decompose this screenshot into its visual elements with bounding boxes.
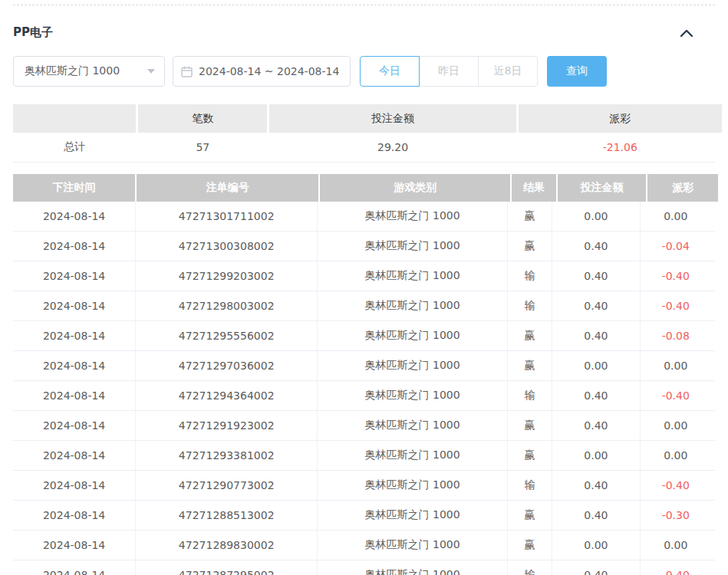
chevron-down-icon — [147, 69, 155, 74]
game-type-cell: 奥林匹斯之门 1000 — [317, 531, 507, 560]
bet-amount-cell: 0.00 — [552, 202, 640, 231]
quick-range-today-button[interactable]: 今日 — [360, 56, 420, 87]
bet-time-cell: 2024-08-14 — [13, 531, 135, 560]
result-cell: 赢 — [507, 501, 552, 530]
game-type-cell: 奥林匹斯之门 1000 — [317, 351, 507, 380]
bet-amount-cell: 0.00 — [552, 351, 640, 380]
payout-cell: -0.40 — [640, 381, 710, 410]
bet-time-cell: 2024-08-14 — [13, 291, 135, 320]
bet-time-cell: 2024-08-14 — [13, 232, 135, 261]
bet-amount-cell: 0.40 — [552, 291, 640, 320]
page-title: PP电子 — [13, 25, 53, 40]
game-type-cell: 奥林匹斯之门 1000 — [317, 441, 507, 470]
summary-total-payout: -21.06 — [519, 133, 722, 162]
game-type-cell: 奥林匹斯之门 1000 — [317, 232, 507, 261]
payout-cell: -0.40 — [640, 471, 710, 500]
bet-amount-cell: 0.40 — [552, 411, 640, 440]
order-number-cell: 47271297036002 — [135, 351, 317, 380]
query-button[interactable]: 查询 — [547, 56, 607, 87]
bet-time-cell: 2024-08-14 — [13, 202, 135, 231]
game-select[interactable]: 奥林匹斯之门 1000 — [13, 56, 165, 87]
records-panel: PP电子 奥林匹斯之门 1000 2024-08-14 ~ 2024-08-14… — [0, 5, 728, 575]
game-type-cell: 奥林匹斯之门 1000 — [317, 471, 507, 500]
game-select-value: 奥林匹斯之门 1000 — [25, 64, 120, 78]
table-row: 2024-08-1447271299203002奥林匹斯之门 1000输0.40… — [13, 261, 715, 291]
summary-table: 笔数投注金额派彩 总计5729.20-21.06 — [13, 104, 715, 163]
bet-amount-cell: 0.40 — [552, 560, 640, 575]
table-row: 2024-08-1447271287295002奥林匹斯之门 1000输0.40… — [13, 560, 715, 575]
payout-cell: 0.00 — [640, 351, 710, 380]
summary-header-row: 笔数投注金额派彩 — [13, 104, 715, 133]
payout-cell: 0.00 — [640, 202, 710, 231]
payout-cell: 0.00 — [640, 531, 710, 560]
detail-table-body: 2024-08-1447271301711002奥林匹斯之门 1000赢0.00… — [13, 202, 715, 575]
bet-time-cell: 2024-08-14 — [13, 351, 135, 380]
order-number-cell: 47271290773002 — [135, 471, 317, 500]
order-number-cell: 47271289830002 — [135, 531, 317, 560]
bet-amount-cell: 0.00 — [552, 531, 640, 560]
summary-header-cell: 投注金额 — [269, 104, 516, 133]
result-cell: 输 — [507, 291, 552, 320]
detail-header-cell: 下注时间 — [13, 174, 135, 202]
result-cell: 赢 — [507, 351, 552, 380]
result-cell: 赢 — [507, 441, 552, 470]
quick-range-yesterday-button[interactable]: 昨日 — [419, 56, 479, 87]
game-type-cell: 奥林匹斯之门 1000 — [317, 321, 507, 350]
summary-total-count: 57 — [138, 133, 267, 162]
bet-time-cell: 2024-08-14 — [13, 381, 135, 410]
date-range-value: 2024-08-14 ~ 2024-08-14 — [199, 65, 339, 77]
table-row: 2024-08-1447271300308002奥林匹斯之门 1000赢0.40… — [13, 232, 715, 261]
table-row: 2024-08-1447271297036002奥林匹斯之门 1000赢0.00… — [13, 351, 715, 381]
quick-range-button-group: 今日 昨日 近8日 — [360, 56, 538, 87]
result-cell: 赢 — [507, 202, 552, 231]
bet-amount-cell: 0.40 — [552, 501, 640, 530]
detail-header-row: 下注时间注单编号游戏类别结果投注金额派彩 — [13, 174, 715, 202]
result-cell: 输 — [507, 381, 552, 410]
game-type-cell: 奥林匹斯之门 1000 — [317, 202, 507, 231]
game-type-cell: 奥林匹斯之门 1000 — [317, 381, 507, 410]
order-number-cell: 47271288513002 — [135, 501, 317, 530]
result-cell: 输 — [507, 261, 552, 291]
bet-amount-cell: 0.40 — [552, 261, 640, 291]
result-cell: 赢 — [507, 531, 552, 560]
result-cell: 输 — [507, 471, 552, 500]
payout-cell: -0.08 — [640, 321, 710, 350]
summary-total-label: 总计 — [13, 133, 136, 162]
summary-header-cell: 派彩 — [519, 104, 722, 133]
game-type-cell: 奥林匹斯之门 1000 — [317, 560, 507, 575]
summary-header-cell: 笔数 — [138, 104, 267, 133]
order-number-cell: 47271298003002 — [135, 291, 317, 320]
chevron-up-icon — [680, 28, 693, 38]
order-number-cell: 47271301711002 — [135, 202, 317, 231]
bet-time-cell: 2024-08-14 — [13, 441, 135, 470]
payout-cell: -0.04 — [640, 232, 710, 261]
section-header: PP电子 — [13, 25, 715, 40]
bet-time-cell: 2024-08-14 — [13, 321, 135, 350]
bet-time-cell: 2024-08-14 — [13, 411, 135, 440]
game-type-cell: 奥林匹斯之门 1000 — [317, 411, 507, 440]
order-number-cell: 47271300308002 — [135, 232, 317, 261]
collapse-section-button[interactable] — [680, 28, 693, 38]
game-type-cell: 奥林匹斯之门 1000 — [317, 501, 507, 530]
detail-header-cell: 派彩 — [647, 174, 718, 202]
bet-amount-cell: 0.40 — [552, 381, 640, 410]
order-number-cell: 47271299203002 — [135, 261, 317, 291]
bet-time-cell: 2024-08-14 — [13, 471, 135, 500]
table-row: 2024-08-1447271301711002奥林匹斯之门 1000赢0.00… — [13, 202, 715, 232]
detail-header-cell: 注单编号 — [137, 174, 318, 202]
payout-cell: -0.30 — [640, 501, 710, 530]
bet-amount-cell: 0.40 — [552, 321, 640, 350]
quick-range-last8days-button[interactable]: 近8日 — [478, 56, 538, 87]
date-range-input[interactable]: 2024-08-14 ~ 2024-08-14 — [173, 56, 351, 87]
summary-total-row: 总计5729.20-21.06 — [13, 133, 715, 163]
table-row: 2024-08-1447271293381002奥林匹斯之门 1000赢0.00… — [13, 441, 715, 471]
table-row: 2024-08-1447271298003002奥林匹斯之门 1000输0.40… — [13, 291, 715, 321]
top-dashed-divider — [13, 5, 715, 5]
result-cell: 赢 — [507, 232, 552, 261]
table-row: 2024-08-1447271291923002奥林匹斯之门 1000赢0.40… — [13, 411, 715, 441]
detail-header-cell: 投注金额 — [558, 174, 646, 202]
payout-cell: -0.40 — [640, 261, 710, 291]
result-cell: 赢 — [507, 321, 552, 350]
table-row: 2024-08-1447271288513002奥林匹斯之门 1000赢0.40… — [13, 501, 715, 531]
summary-total-bet-amount: 29.20 — [269, 133, 516, 162]
